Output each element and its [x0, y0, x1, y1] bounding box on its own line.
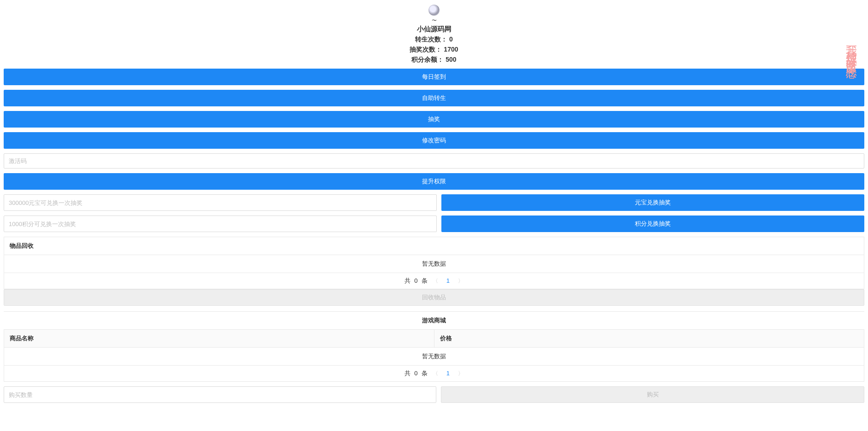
pager-total-count: 0 [414, 277, 417, 284]
stat-points-label: 积分余额： [411, 56, 444, 63]
avatar [428, 5, 440, 16]
buy-button: 购买 [441, 386, 864, 403]
mall-col-name: 商品名称 [4, 330, 434, 347]
mall-pager: 共0条 〈 1 〉 [4, 366, 864, 382]
mall-col-price: 价格 [434, 330, 864, 347]
pager-next-icon[interactable]: 〉 [458, 278, 463, 284]
mall-section-title: 游戏商城 [4, 311, 864, 329]
stat-rebirth-label: 转生次数： [415, 35, 447, 43]
pager-total-suffix: 条 [422, 370, 428, 377]
pager-total-prefix: 共 [405, 277, 411, 284]
stat-lottery-label: 抽奖次数： [410, 46, 442, 53]
points-exchange-button[interactable]: 积分兑换抽奖 [441, 216, 864, 232]
pager-prev-icon[interactable]: 〈 [433, 370, 438, 377]
points-input[interactable] [4, 216, 437, 232]
user-header: 〜 小仙源码网 转生次数： 0 抽奖次数： 1700 积分余额： 500 [4, 0, 864, 69]
avatar-decoration: 〜 [4, 18, 864, 23]
buy-qty-input[interactable] [4, 386, 436, 403]
pager-next-icon[interactable]: 〉 [458, 370, 463, 377]
mall-empty: 暂无数据 [4, 348, 864, 366]
stat-rebirth: 转生次数： 0 [4, 35, 864, 44]
recycle-empty: 暂无数据 [4, 255, 864, 273]
self-rebirth-button[interactable]: 自助转生 [4, 90, 864, 106]
pager-page-1[interactable]: 1 [444, 277, 452, 284]
daily-sign-button[interactable]: 每日签到 [4, 69, 864, 85]
stat-rebirth-value: 0 [449, 35, 453, 43]
stat-lottery-value: 1700 [444, 46, 458, 53]
pager-total-count: 0 [414, 370, 417, 377]
pager-prev-icon[interactable]: 〈 [433, 278, 438, 284]
yuanbao-exchange-button[interactable]: 元宝兑换抽奖 [441, 194, 864, 211]
pager-total-prefix: 共 [405, 370, 411, 377]
recycle-section-title: 物品回收 [4, 237, 864, 255]
pager-page-1[interactable]: 1 [444, 370, 452, 377]
yuanbao-input[interactable] [4, 194, 437, 211]
mall-table-header: 商品名称 价格 [4, 329, 864, 348]
site-title: 小仙源码网 [4, 25, 864, 34]
stat-points: 积分余额： 500 [4, 56, 864, 64]
pager-total-suffix: 条 [422, 277, 428, 284]
change-password-button[interactable]: 修改密码 [4, 132, 864, 149]
stat-points-value: 500 [446, 56, 456, 63]
activation-code-input[interactable] [4, 153, 864, 169]
upgrade-permission-button[interactable]: 提升权限 [4, 173, 864, 190]
recycle-items-button: 回收物品 [4, 289, 864, 306]
stat-lottery: 抽奖次数： 1700 [4, 46, 864, 54]
recycle-pager: 共0条 〈 1 〉 [4, 273, 864, 289]
lottery-button[interactable]: 抽奖 [4, 111, 864, 128]
